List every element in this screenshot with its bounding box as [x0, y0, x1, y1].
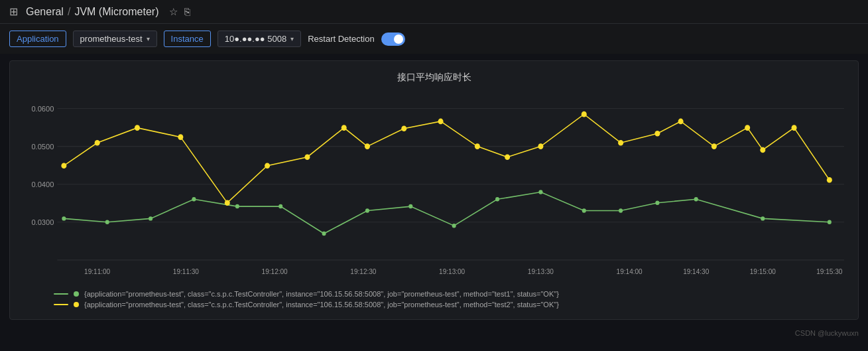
breadcrumb-part1: General	[26, 6, 64, 18]
star-icon[interactable]: ☆	[169, 6, 178, 18]
legend-label-yellow: {application="prometheus-test", class="c…	[84, 301, 559, 309]
chevron-down-icon: ▾	[147, 35, 150, 42]
legend-label-green: {application="prometheus-test", class="c…	[84, 290, 559, 298]
legend-line-green	[54, 293, 68, 295]
chart-area: 0.0600 0.0500 0.0400 0.0300 19:11:00 19:…	[21, 94, 847, 282]
svg-text:19:11:30: 19:11:30	[173, 268, 199, 275]
svg-text:19:11:00: 19:11:00	[84, 268, 110, 275]
yellow-dot	[505, 154, 510, 160]
svg-text:0.0600: 0.0600	[31, 105, 54, 113]
yellow-dot	[792, 125, 797, 131]
yellow-dot	[178, 134, 183, 140]
breadcrumb-actions: ☆ ⎘	[169, 6, 190, 18]
application-label[interactable]: Application	[9, 31, 66, 47]
restart-detection-toggle[interactable]	[381, 33, 405, 46]
svg-text:19:15:00: 19:15:00	[750, 268, 776, 275]
svg-text:19:14:00: 19:14:00	[617, 268, 643, 275]
green-dot	[538, 190, 542, 194]
green-dot	[279, 204, 282, 208]
share-icon[interactable]: ⎘	[184, 6, 190, 18]
yellow-dot	[365, 143, 370, 149]
svg-text:19:14:30: 19:14:30	[683, 268, 709, 275]
yellow-dot	[225, 200, 230, 206]
instance-value: 10●.●●.●● 5008	[225, 34, 286, 44]
yellow-dot	[538, 143, 543, 149]
legend-line-yellow	[54, 304, 68, 305]
yellow-dot	[438, 119, 444, 125]
yellow-dot	[135, 125, 140, 131]
yellow-dot	[827, 177, 832, 183]
top-bar: ⊞ General / JVM (Micrometer) ☆ ⎘	[0, 0, 868, 24]
green-dot	[105, 220, 109, 224]
svg-text:19:13:30: 19:13:30	[528, 268, 554, 275]
svg-text:0.0300: 0.0300	[31, 218, 54, 226]
legend-dot-yellow	[74, 302, 79, 307]
application-dropdown[interactable]: prometheus-test ▾	[73, 31, 157, 47]
yellow-dot	[760, 147, 765, 153]
green-dot	[365, 208, 369, 212]
yellow-dot	[678, 119, 684, 125]
chart-legend: {application="prometheus-test", class="c…	[21, 290, 847, 309]
yellow-dot	[401, 125, 406, 131]
instance-label[interactable]: Instance	[164, 31, 211, 47]
chart-svg: 0.0600 0.0500 0.0400 0.0300 19:11:00 19:…	[21, 94, 847, 280]
yellow-dot	[341, 125, 347, 131]
green-dot	[828, 220, 832, 224]
green-dot	[235, 204, 239, 208]
green-dot	[192, 197, 196, 201]
breadcrumb: General / JVM (Micrometer)	[26, 6, 158, 18]
green-dot	[761, 216, 765, 220]
green-dot	[62, 216, 66, 220]
chevron-down-icon2: ▾	[290, 35, 294, 42]
yellow-dot	[745, 125, 750, 131]
chart-container: 接口平均响应时长 0.0600 0.0500 0.0400 0.0300 19:…	[9, 60, 859, 320]
svg-text:19:12:30: 19:12:30	[350, 268, 376, 275]
green-dot	[149, 216, 153, 220]
yellow-dot	[618, 140, 623, 146]
green-dot	[322, 232, 326, 236]
svg-text:19:13:00: 19:13:00	[439, 268, 465, 275]
svg-text:19:12:00: 19:12:00	[262, 268, 288, 275]
legend-dot-green	[74, 291, 79, 297]
watermark: CSDN @luckywuxn	[0, 326, 868, 340]
green-dot	[619, 208, 623, 212]
legend-item-green: {application="prometheus-test", class="c…	[54, 290, 847, 298]
svg-text:0.0400: 0.0400	[31, 180, 54, 188]
chart-title: 接口平均响应时长	[21, 72, 847, 84]
green-dot	[495, 197, 499, 201]
green-dot	[694, 197, 698, 201]
yellow-dot	[712, 143, 717, 149]
svg-text:0.0500: 0.0500	[31, 143, 54, 151]
svg-text:19:15:30: 19:15:30	[816, 268, 842, 275]
yellow-dot	[654, 131, 660, 137]
breadcrumb-part2: JVM (Micrometer)	[74, 6, 158, 18]
yellow-dot	[475, 143, 480, 149]
toolbar: Application prometheus-test ▾ Instance 1…	[0, 24, 868, 54]
yellow-dot	[95, 140, 100, 146]
green-line	[64, 192, 829, 234]
legend-item-yellow: {application="prometheus-test", class="c…	[54, 301, 847, 309]
yellow-dot	[265, 163, 270, 169]
grid-icon: ⊞	[9, 5, 18, 18]
yellow-dot	[61, 163, 66, 169]
green-dot	[452, 224, 456, 228]
yellow-dot	[582, 111, 587, 117]
yellow-dot	[304, 154, 310, 160]
green-dot	[582, 208, 586, 212]
green-dot	[655, 200, 659, 204]
restart-detection-label: Restart Detection	[308, 34, 374, 44]
breadcrumb-separator: /	[68, 6, 70, 18]
application-value: prometheus-test	[80, 34, 143, 44]
yellow-line	[64, 114, 829, 203]
green-dot	[408, 204, 412, 208]
instance-dropdown[interactable]: 10●.●●.●● 5008 ▾	[217, 31, 301, 47]
